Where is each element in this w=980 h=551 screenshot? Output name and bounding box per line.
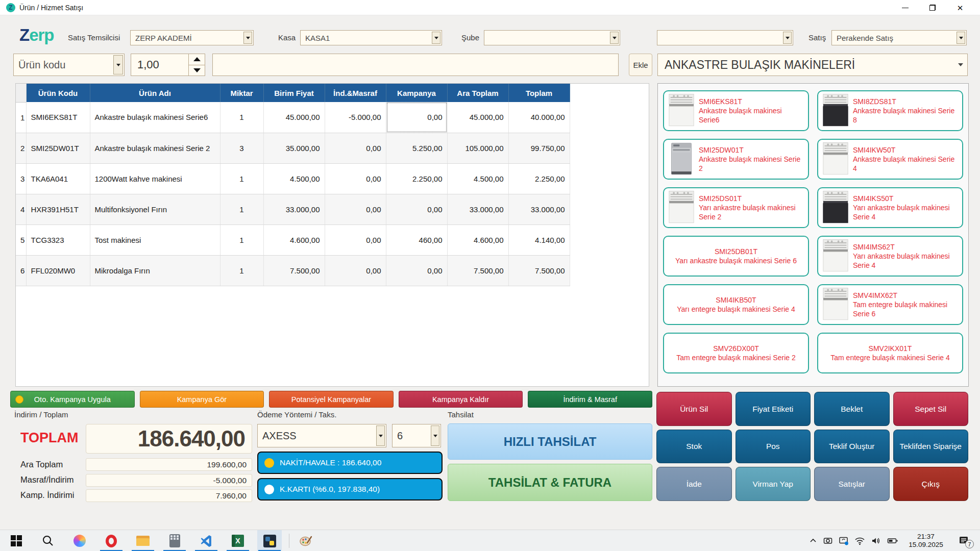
taskbar-icon-vscode[interactable]	[194, 530, 218, 551]
table-cell-discount[interactable]: 0,00	[325, 133, 386, 163]
taskbar-icon-file-explorer[interactable]	[131, 530, 155, 551]
table-cell-qty[interactable]: 1	[220, 224, 263, 255]
table-cell-code[interactable]: SMI6EKS81T	[26, 102, 90, 133]
product-button[interactable]: SMI6EKS81TAnkastre bulaşık makinesi Seri…	[663, 90, 809, 131]
table-cell-campaign[interactable]: 0,00	[386, 194, 447, 224]
dropdown-arrow-icon[interactable]	[376, 425, 385, 446]
table-cell-qty[interactable]: 3	[220, 133, 263, 163]
table-cell-discount[interactable]: -5.000,00	[325, 102, 386, 133]
taskbar-icon-search[interactable]	[36, 530, 60, 551]
action-button[interactable]: Pos	[736, 430, 811, 464]
table-cell-unit_price[interactable]: 35.000,00	[263, 133, 325, 163]
column-header[interactable]: Ürün Adı	[90, 84, 220, 102]
table-cell-qty[interactable]: 1	[220, 163, 263, 194]
action-button[interactable]: Sepet Sil	[893, 392, 969, 426]
table-cell-unit_price[interactable]: 7.500,00	[263, 255, 325, 286]
campaign-button[interactable]: İndirim & Masraf	[528, 391, 652, 408]
camera-icon[interactable]	[823, 536, 833, 545]
table-row[interactable]: 4HXR391H51TMultifonksiyonel Fırın133.000…	[16, 194, 570, 224]
table-cell-unit_price[interactable]: 4.600,00	[263, 224, 325, 255]
column-header[interactable]: Miktar	[220, 84, 263, 102]
table-cell-campaign[interactable]: 0,00	[386, 102, 447, 133]
table-cell-code[interactable]: TCG3323	[26, 224, 90, 255]
action-button[interactable]: Ürün Sil	[656, 392, 732, 426]
installment-select[interactable]: 6	[392, 424, 441, 447]
action-button[interactable]: Satışlar	[814, 467, 890, 501]
column-header[interactable]: Ara Toplam	[447, 84, 508, 102]
table-cell-name[interactable]: Tost makinesi	[90, 224, 220, 255]
quantity-up-button[interactable]	[189, 54, 205, 65]
table-cell-code[interactable]: TKA6A041	[26, 163, 90, 194]
table-cell-code[interactable]: SMI25DW01T	[26, 133, 90, 163]
campaign-button[interactable]: Kampanya Kaldır	[399, 391, 523, 408]
product-button[interactable]: SMI4IKW50TAnkastre bulaşık makinesi Seri…	[817, 139, 963, 180]
table-cell-campaign[interactable]: 460,00	[386, 224, 447, 255]
minimize-button[interactable]	[891, 0, 919, 15]
quantity-down-button[interactable]	[189, 65, 205, 76]
campaign-button[interactable]: Oto. Kampanya Uygula	[10, 391, 135, 408]
table-cell-subtotal[interactable]: 7.500,00	[447, 255, 508, 286]
dropdown-arrow-icon[interactable]	[610, 32, 619, 44]
product-button[interactable]: SMV2IKX01TTam entegre bulaşık makinesi S…	[817, 333, 963, 373]
chevron-up-icon[interactable]	[809, 537, 817, 544]
column-header[interactable]: Birim Fiyat	[263, 84, 325, 102]
close-button[interactable]: ✕	[946, 0, 974, 15]
table-row[interactable]: 2SMI25DW01TAnkastre bulaşık makinesi Ser…	[16, 133, 570, 163]
taskbar-icon-excel[interactable]: X	[226, 530, 250, 551]
product-button[interactable]: SMI8ZDS81TAnkastre bulaşık makinesi Seri…	[817, 90, 963, 131]
payment-method-select[interactable]: AXESS	[257, 424, 386, 447]
taskbar-icon-opera[interactable]	[99, 530, 124, 551]
table-cell-subtotal[interactable]: 33.000,00	[447, 194, 508, 224]
cash-transfer-button[interactable]: NAKİT/HAVALE : 186.640,00	[257, 452, 443, 474]
notification-center-button[interactable]: 7	[953, 533, 974, 548]
table-cell-code[interactable]: FFL020MW0	[26, 255, 90, 286]
table-cell-subtotal[interactable]: 4.600,00	[447, 224, 508, 255]
quantity-stepper[interactable]: 1,00	[131, 54, 205, 76]
table-cell-total[interactable]: 4.140,00	[508, 224, 570, 255]
product-button[interactable]: SMI4IKB50TYarı entegre bulaşık makinesi …	[663, 284, 809, 325]
table-cell-name[interactable]: Ankastre bulaşık makinesi Serie6	[90, 102, 220, 133]
dropdown-arrow-icon[interactable]	[957, 32, 965, 44]
table-row[interactable]: 6FFL020MW0Mikrodalga Fırın17.500,000,000…	[16, 255, 570, 286]
product-button[interactable]: SMV4IMX62TTam entegre bulaşık makinesi S…	[817, 284, 963, 325]
table-cell-unit_price[interactable]: 4.500,00	[263, 163, 325, 194]
collection-invoice-button[interactable]: TAHSİLAT & FATURA	[448, 464, 652, 501]
volume-icon[interactable]	[871, 536, 881, 545]
product-button[interactable]: SMI25DS01TYarı ankastre bulaşık makinesi…	[663, 187, 809, 228]
action-button[interactable]: Virman Yap	[736, 467, 811, 501]
product-code-type-select[interactable]: Ürün kodu	[13, 54, 125, 76]
taskbar-icon-windows-start[interactable]	[4, 530, 29, 551]
table-cell-subtotal[interactable]: 4.500,00	[447, 163, 508, 194]
table-cell-qty[interactable]: 1	[220, 102, 263, 133]
credit-card-button[interactable]: K.KARTI (%6.0, 197.838,40)	[257, 478, 443, 500]
taskbar-icon-copilot[interactable]	[67, 530, 92, 551]
table-cell-total[interactable]: 40.000,00	[508, 102, 570, 133]
dropdown-arrow-icon[interactable]	[113, 55, 123, 74]
table-cell-name[interactable]: 1200Watt kahve makinesi	[90, 163, 220, 194]
product-button[interactable]: SMI4IMS62TYarı ankastre bulaşık makinesi…	[817, 236, 963, 277]
table-cell-name[interactable]: Ankastre bulaşık makinesi Serie 2	[90, 133, 220, 163]
dropdown-arrow-icon[interactable]	[243, 32, 252, 44]
quick-collection-button[interactable]: HIZLI TAHSİLAT	[448, 423, 652, 460]
dropdown-arrow-icon[interactable]	[783, 32, 792, 44]
product-button[interactable]: SMI25DB01TYarı ankastre bulaşık makinesi…	[663, 236, 809, 277]
dropdown-arrow-icon[interactable]	[431, 425, 439, 446]
taskbar-icon-python-console[interactable]	[257, 530, 282, 551]
product-button[interactable]: SMI4IKS50TYarı ankastre bulaşık makinesi…	[817, 187, 963, 228]
column-header[interactable]: Kampanya	[386, 84, 447, 102]
table-cell-campaign[interactable]: 5.250,00	[386, 133, 447, 163]
product-search-input[interactable]	[212, 54, 619, 76]
restore-button[interactable]	[919, 0, 946, 15]
table-cell-discount[interactable]: 0,00	[325, 255, 386, 286]
table-cell-campaign[interactable]: 0,00	[386, 255, 447, 286]
column-header[interactable]: İnd.&Masraf	[325, 84, 386, 102]
wifi-icon[interactable]	[854, 536, 865, 545]
column-header[interactable]: Ürün Kodu	[26, 84, 90, 102]
action-button[interactable]: Çıkış	[893, 467, 969, 501]
table-cell-campaign[interactable]: 2.250,00	[386, 163, 447, 194]
action-button[interactable]: Teklifden Siparişe	[893, 430, 969, 464]
product-button[interactable]: SMV26DX00TTam entegre bulaşık makinesi S…	[663, 333, 809, 373]
battery-icon[interactable]	[887, 536, 898, 545]
table-cell-name[interactable]: Multifonksiyonel Fırın	[90, 194, 220, 224]
add-button[interactable]: Ekle	[629, 54, 652, 76]
